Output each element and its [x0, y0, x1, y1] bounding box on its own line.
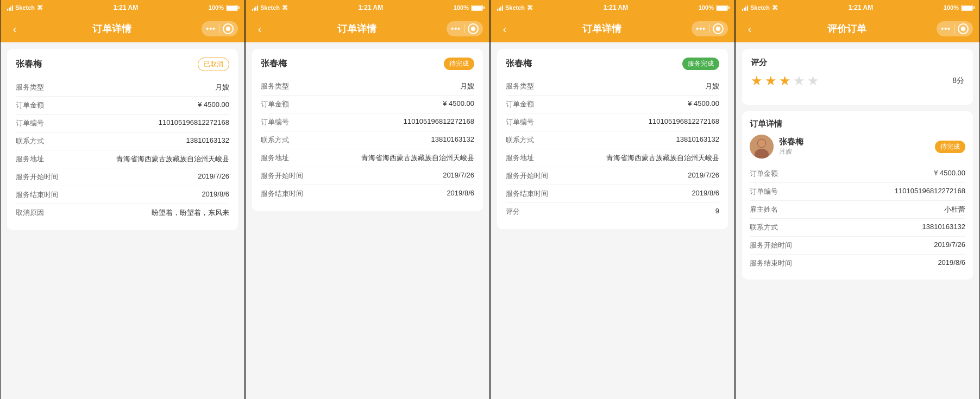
content-1: 张春梅 已取消 服务类型 月嫂 订单金额 ¥ 4500.00 订单编号 1101…	[1, 42, 244, 399]
battery-icon-2	[471, 5, 483, 11]
row-address-1: 服务地址 青海省海西蒙古族藏族自治州天峻县	[16, 150, 229, 168]
dots-icon-1: •••	[206, 24, 216, 33]
row-order-no-1: 订单编号 110105196812272168	[16, 115, 229, 132]
wifi-icon: ⌘	[37, 4, 43, 11]
nav-actions-1: •••	[202, 21, 238, 36]
rating-section-title: 评分	[751, 58, 964, 68]
nav-bar-4: ‹ 评价订单 •••	[736, 15, 979, 42]
person-name-2: 张春梅	[261, 58, 287, 69]
person-name-3: 张春梅	[506, 58, 532, 69]
nav-bar-1: ‹ 订单详情 •••	[1, 15, 244, 42]
circle-icon-1	[223, 23, 234, 34]
label-start-1: 服务开始时间	[16, 172, 59, 182]
dots-icon-2: •••	[451, 24, 461, 33]
star-2[interactable]: ★	[765, 73, 777, 88]
battery-label-2: 100%	[454, 4, 469, 11]
battery-icon-1	[226, 5, 238, 11]
person-name-4: 张春梅	[779, 137, 803, 147]
order-detail-card-4: 订单详情 张春梅 月嫂 待	[742, 111, 973, 280]
row-start-2: 服务开始时间 2019/7/26	[261, 167, 474, 185]
wifi-4: ⌘	[772, 4, 778, 11]
carrier-3: Sketch	[505, 4, 525, 11]
status-badge-2: 待完成	[444, 58, 474, 70]
status-bar-1: Sketch ⌘ 1:21 AM 100%	[1, 0, 244, 15]
carrier-4: Sketch	[750, 4, 770, 11]
back-button-1[interactable]: ‹	[7, 21, 22, 36]
star-group: ★ ★ ★ ★ ★	[751, 73, 819, 88]
rating-card: 评分 ★ ★ ★ ★ ★ 8分	[742, 49, 973, 105]
row-ss-3: 服务开始时间 2019/7/26	[506, 167, 719, 185]
row-addr-3: 服务地址 青海省海西蒙古族藏族自治州天峻县	[506, 149, 719, 167]
score-label: 8分	[952, 76, 964, 86]
more-button-4[interactable]: •••	[937, 21, 973, 36]
carrier-2: Sketch	[260, 4, 280, 11]
signal-icon	[7, 4, 13, 11]
content-4: 评分 ★ ★ ★ ★ ★ 8分 订单详情	[736, 42, 979, 399]
star-4[interactable]: ★	[793, 73, 805, 88]
row-amount-2: 订单金额 ¥ 4500.00	[261, 96, 474, 113]
battery-icon-3	[716, 5, 728, 11]
value-amount-1: ¥ 4500.00	[59, 100, 229, 109]
nav-actions-2: •••	[447, 21, 483, 36]
back-button-2[interactable]: ‹	[252, 21, 267, 36]
star-1[interactable]: ★	[751, 73, 763, 88]
battery-icon-4	[961, 5, 973, 11]
card-header-1: 张春梅 已取消	[16, 58, 229, 71]
more-button-3[interactable]: •••	[692, 21, 728, 36]
nav-title-1: 订单详情	[92, 22, 131, 35]
card-header-3: 张春梅 服务完成	[506, 58, 719, 70]
star-5[interactable]: ★	[807, 73, 819, 88]
signal-icon-3	[497, 4, 503, 11]
avatar-name-group: 张春梅 月嫂	[750, 135, 803, 159]
nav-actions-3: •••	[692, 21, 728, 36]
back-button-3[interactable]: ‹	[497, 21, 512, 36]
nav-title-2: 订单详情	[337, 22, 376, 35]
phone-frame-2: Sketch ⌘ 1:21 AM 100% ‹ 订单详情 ••• 张春梅 待完成…	[245, 0, 490, 399]
row-start-1: 服务开始时间 2019/7/26	[16, 168, 229, 186]
phone-frame-3: Sketch ⌘ 1:21 AM 100% ‹ 订单详情 ••• 张春梅 服务完…	[490, 0, 735, 399]
person-name-1: 张春梅	[16, 59, 42, 70]
star-3[interactable]: ★	[779, 73, 791, 88]
card-header-2: 张春梅 待完成	[261, 58, 474, 70]
row-service-type-1: 服务类型 月嫂	[16, 79, 229, 97]
wifi-3: ⌘	[527, 4, 533, 11]
row-address-2: 服务地址 青海省海西蒙古族藏族自治州天峻县	[261, 149, 474, 167]
more-button-1[interactable]: •••	[202, 21, 238, 36]
row-am-3: 订单金额 ¥ 4500.00	[506, 96, 719, 113]
svg-point-3	[758, 140, 765, 147]
row-ss-4: 服务开始时间 2019/7/26	[750, 237, 965, 255]
label-amount-1: 订单金额	[16, 100, 59, 110]
stars-row: ★ ★ ★ ★ ★ 8分	[751, 73, 964, 88]
wifi-2: ⌘	[282, 4, 288, 11]
status-left-3: Sketch ⌘	[497, 4, 533, 11]
person-role-4: 月嫂	[779, 147, 803, 156]
row-contact-2: 联系方式 13810163132	[261, 131, 474, 149]
row-st-3: 服务类型 月嫂	[506, 78, 719, 96]
row-employer-4: 雇主姓名 小杜蕾	[750, 201, 965, 219]
row-contact-1: 联系方式 13810163132	[16, 132, 229, 150]
status-left-2: Sketch ⌘	[252, 4, 288, 11]
time-2: 1:21 AM	[359, 4, 384, 11]
content-2: 张春梅 待完成 服务类型 月嫂 订单金额 ¥ 4500.00 订单编号 1101…	[246, 42, 489, 399]
status-bar-3: Sketch ⌘ 1:21 AM 100%	[491, 0, 734, 15]
content-3: 张春梅 服务完成 服务类型 月嫂 订单金额 ¥ 4500.00 订单编号 110…	[491, 42, 734, 399]
value-contact-1: 13810163132	[59, 136, 229, 144]
row-se-4: 服务结束时间 2019/8/6	[750, 255, 965, 272]
row-ct-4: 联系方式 13810163132	[750, 219, 965, 237]
row-service-type-2: 服务类型 月嫂	[261, 78, 474, 96]
status-right-4: 100%	[944, 4, 973, 11]
avatar-4	[750, 135, 774, 159]
nav-bar-2: ‹ 订单详情 •••	[246, 15, 489, 42]
order-card-2: 张春梅 待完成 服务类型 月嫂 订单金额 ¥ 4500.00 订单编号 1101…	[252, 49, 483, 211]
status-right-2: 100%	[454, 4, 483, 11]
back-button-4[interactable]: ‹	[742, 21, 757, 36]
nav-actions-4: •••	[937, 21, 973, 36]
time-4: 1:21 AM	[849, 4, 874, 11]
more-button-2[interactable]: •••	[447, 21, 483, 36]
battery-label-4: 100%	[944, 4, 959, 11]
nav-title-3: 订单详情	[582, 22, 621, 35]
status-bar-4: Sketch ⌘ 1:21 AM 100%	[736, 0, 979, 15]
order-detail-section-title: 订单详情	[750, 119, 965, 129]
status-badge-4: 待完成	[935, 141, 965, 153]
label-cancel-reason-1: 取消原因	[16, 208, 59, 218]
